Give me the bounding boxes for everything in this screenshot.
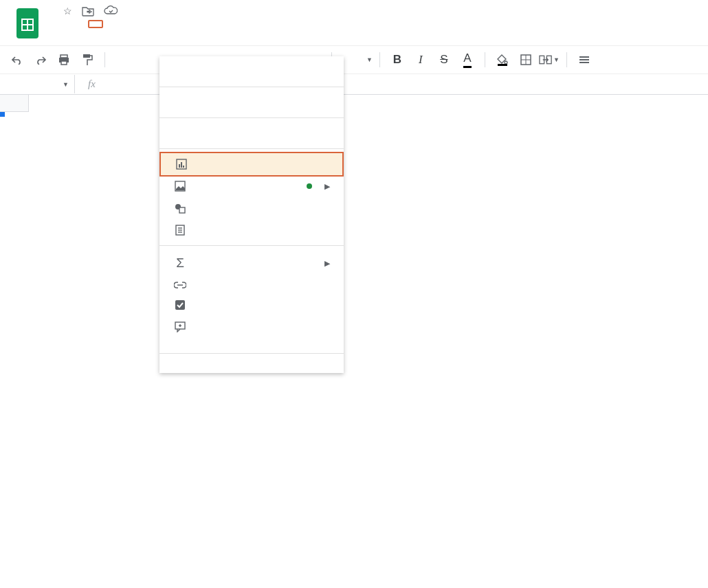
form-icon xyxy=(172,225,188,236)
insert-checkbox[interactable] xyxy=(159,294,344,316)
menu-tools[interactable] xyxy=(132,21,144,27)
move-icon[interactable] xyxy=(82,5,94,19)
paint-format-button[interactable] xyxy=(77,49,98,70)
image-icon xyxy=(172,181,188,192)
insert-cols-left[interactable] xyxy=(159,91,344,102)
svg-rect-20 xyxy=(183,166,184,168)
svg-rect-28 xyxy=(175,300,185,310)
merge-button[interactable]: ▼ xyxy=(539,49,560,70)
star-icon[interactable]: ☆ xyxy=(63,5,72,19)
menu-edit[interactable] xyxy=(60,21,73,27)
fx-icon: fx xyxy=(74,75,109,93)
menu-view[interactable] xyxy=(74,21,87,27)
strikethrough-button[interactable]: S xyxy=(434,49,454,70)
insert-cells-down[interactable] xyxy=(159,122,344,133)
link-icon xyxy=(172,282,188,289)
comment-icon xyxy=(172,321,188,332)
toolbar: ▼ ▼ B I S A ▼ xyxy=(0,45,708,74)
chart-icon xyxy=(173,159,190,170)
cloud-icon[interactable] xyxy=(104,5,118,19)
svg-rect-18 xyxy=(179,164,180,168)
more-button[interactable] xyxy=(574,49,595,70)
menu-data[interactable] xyxy=(118,21,131,27)
menu-addons[interactable] xyxy=(146,21,158,27)
menu-insert[interactable] xyxy=(88,20,103,28)
svg-rect-19 xyxy=(181,162,182,168)
borders-button[interactable] xyxy=(516,49,536,70)
name-box[interactable]: ▼ xyxy=(0,81,74,88)
submenu-arrow-icon: ▶ xyxy=(324,182,330,191)
svg-rect-6 xyxy=(61,61,67,65)
svg-rect-4 xyxy=(60,55,67,58)
insert-function[interactable]: Σ▶ xyxy=(159,250,344,276)
insert-rows-below[interactable] xyxy=(159,71,344,82)
insert-chart[interactable] xyxy=(159,152,344,177)
menu-file[interactable] xyxy=(47,21,59,27)
doc-title[interactable] xyxy=(47,11,55,14)
redo-button[interactable] xyxy=(30,49,51,70)
undo-button[interactable] xyxy=(7,49,27,70)
drawing-icon xyxy=(172,203,188,214)
menu-format[interactable] xyxy=(104,21,117,27)
chevron-down-icon[interactable]: ▼ xyxy=(366,56,373,63)
text-color-button[interactable]: A xyxy=(457,49,478,70)
insert-new-sheet[interactable] xyxy=(159,358,344,369)
insert-form[interactable] xyxy=(159,219,344,241)
svg-rect-7 xyxy=(83,54,90,58)
insert-image[interactable]: ▶ xyxy=(159,175,344,197)
insert-cells-right[interactable] xyxy=(159,133,344,144)
svg-rect-23 xyxy=(179,207,185,213)
print-button[interactable] xyxy=(54,49,74,70)
checkbox-icon xyxy=(172,299,188,310)
insert-note[interactable] xyxy=(159,338,344,349)
spreadsheet-grid[interactable] xyxy=(0,95,708,112)
select-all-corner[interactable] xyxy=(0,95,29,112)
menu-help[interactable] xyxy=(159,21,172,27)
new-dot-icon xyxy=(307,183,312,189)
insert-drawing[interactable] xyxy=(159,197,344,219)
insert-dropdown: ▶ Σ▶ xyxy=(159,56,344,373)
sheets-logo[interactable] xyxy=(14,5,41,41)
function-icon: Σ xyxy=(172,256,188,271)
submenu-arrow-icon: ▶ xyxy=(324,259,330,268)
bold-button[interactable]: B xyxy=(387,49,408,70)
insert-rows-above[interactable] xyxy=(159,60,344,71)
insert-comment[interactable] xyxy=(159,316,344,338)
fill-color-button[interactable] xyxy=(492,49,513,70)
svg-rect-8 xyxy=(498,64,507,66)
italic-button[interactable]: I xyxy=(410,49,431,70)
insert-link[interactable] xyxy=(159,276,344,294)
insert-cols-right[interactable] xyxy=(159,102,344,113)
